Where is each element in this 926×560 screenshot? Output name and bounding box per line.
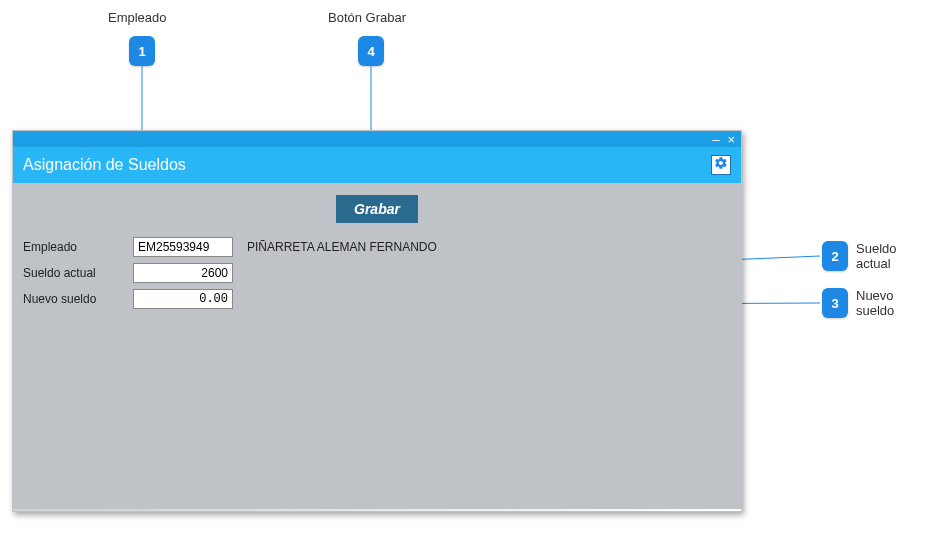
toolbar: Grabar xyxy=(13,183,741,231)
callout-marker-1: 1 xyxy=(129,36,155,66)
save-button[interactable]: Grabar xyxy=(336,195,418,223)
label-nuevo-sueldo: Nuevo sueldo xyxy=(23,292,133,306)
callout-marker-4: 4 xyxy=(358,36,384,66)
label-empleado: Empleado xyxy=(23,240,133,254)
callout-label-3: Nuevo sueldo xyxy=(856,288,926,318)
window-controls: – × xyxy=(13,131,741,147)
close-button[interactable]: × xyxy=(727,133,735,146)
minimize-button[interactable]: – xyxy=(712,133,719,146)
callout-marker-2: 2 xyxy=(822,241,848,271)
callout-row-3: 3 Nuevo sueldo xyxy=(822,288,926,318)
text-empleado-nombre: PIÑARRETA ALEMAN FERNANDO xyxy=(247,240,437,254)
callout-label-4: Botón Grabar xyxy=(328,10,406,25)
label-sueldo-actual: Sueldo actual xyxy=(23,266,133,280)
callout-marker-3: 3 xyxy=(822,288,848,318)
input-nuevo-sueldo[interactable] xyxy=(133,289,233,309)
input-empleado[interactable] xyxy=(133,237,233,257)
row-nuevo-sueldo: Nuevo sueldo xyxy=(23,287,731,311)
titlebar: Asignación de Sueldos xyxy=(13,147,741,183)
callout-label-2: Sueldo actual xyxy=(856,241,926,271)
form-area: Empleado PIÑARRETA ALEMAN FERNANDO Sueld… xyxy=(13,231,741,317)
callout-label-1: Empleado xyxy=(108,10,167,25)
window-bottom-edge xyxy=(13,509,741,511)
gear-icon xyxy=(714,156,728,174)
dialog-asignacion-sueldos: – × Asignación de Sueldos Grabar Emplead… xyxy=(12,130,742,512)
window-title: Asignación de Sueldos xyxy=(23,156,186,174)
callout-row-2: 2 Sueldo actual xyxy=(822,241,926,271)
settings-button[interactable] xyxy=(711,155,731,175)
row-sueldo-actual: Sueldo actual xyxy=(23,261,731,285)
input-sueldo-actual[interactable] xyxy=(133,263,233,283)
row-empleado: Empleado PIÑARRETA ALEMAN FERNANDO xyxy=(23,235,731,259)
